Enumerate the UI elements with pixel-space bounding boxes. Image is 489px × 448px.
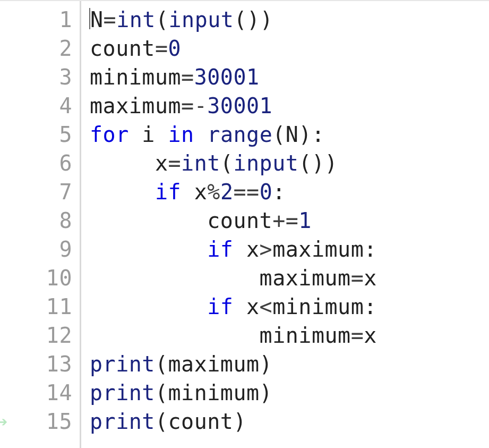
code-line[interactable]: N=int(input()) [90,5,377,34]
code-line[interactable]: print(minimum) [90,378,377,407]
line-number: 10 [0,264,72,292]
token-num: 30001 [207,94,272,118]
line-number-value: 1 [59,7,72,32]
token-op: += [272,208,298,233]
token-punc: ) [260,381,273,405]
token-op: = [155,36,168,61]
token-punc: ( [272,122,286,147]
token-id [233,294,246,319]
code-line[interactable]: count=0 [90,34,377,63]
token-punc: ) [260,7,273,32]
token-id [181,180,194,204]
token-kw: for [90,122,129,147]
line-number-value: 12 [46,323,72,348]
token-id: maximum [260,266,351,290]
token-id: x [194,180,208,204]
token-fn: print [90,381,155,405]
token-op: = [168,151,182,175]
line-number: 6 [0,149,72,177]
token-punc: ( [155,409,168,434]
code-line[interactable]: count+=1 [90,206,377,235]
line-number: ➔15 [0,407,72,436]
token-id [90,237,207,261]
token-id: count [168,409,234,434]
token-op: = [351,266,364,290]
token-op: = [181,65,194,89]
token-op: = [104,7,117,32]
token-id: x [246,294,260,319]
token-id: x [246,237,260,261]
token-punc: ) [325,151,338,175]
line-number: 1 [0,5,72,34]
code-line[interactable]: if x%2==0: [90,177,377,206]
code-line[interactable]: print(maximum) [90,350,377,378]
line-number: 3 [0,63,72,91]
line-number-value: 7 [59,180,72,204]
token-punc: : [364,294,377,319]
line-number-value: 4 [59,94,72,118]
token-id: N [286,122,299,147]
token-id: maximum [168,352,260,376]
token-punc: ( [220,151,234,175]
token-id [194,122,208,147]
token-punc: : [272,180,286,204]
token-id [90,151,155,175]
line-number-value: 2 [59,36,72,61]
token-kw: if [207,294,233,319]
token-op: == [233,180,259,204]
token-punc: ) [312,151,325,175]
token-punc: ) [298,122,312,147]
code-editor[interactable]: 1234567891011121314➔15 N=int(input())cou… [0,0,489,448]
token-op: % [207,180,220,204]
token-punc: ( [155,381,168,405]
token-id [90,266,260,290]
code-line[interactable]: print(count) [90,407,377,436]
code-area[interactable]: N=int(input())count=0minimum=30001maximu… [81,1,377,448]
line-number-value: 3 [59,65,72,89]
token-op: < [260,294,273,319]
code-line[interactable]: maximum=-30001 [90,91,377,120]
code-line[interactable]: if x<minimum: [90,292,377,321]
token-fn: input [169,7,234,32]
code-line[interactable]: for i in range(N): [90,120,377,149]
line-number: 14 [0,378,72,407]
token-op: = [351,323,364,348]
token-id [90,208,207,233]
line-number: 8 [0,206,72,235]
token-punc: ) [247,7,260,32]
token-id [233,237,246,261]
line-number: 12 [0,321,72,350]
token-fn: print [90,352,155,376]
token-punc: ( [298,151,312,175]
token-id: maximum [90,94,181,118]
token-id: minimum [168,381,260,405]
token-id: x [155,151,168,175]
token-num: 30001 [194,65,260,89]
code-line[interactable]: minimum=30001 [90,63,377,91]
token-op: = [181,94,194,118]
line-number: 11 [0,292,72,321]
token-id: maximum [272,237,364,261]
line-number-value: 10 [46,266,72,290]
token-id: i [142,122,155,147]
token-num: 1 [298,208,312,233]
line-number-value: 6 [59,151,72,175]
token-kw: if [207,237,233,261]
line-number-value: 14 [46,381,72,405]
line-number-value: 13 [46,352,72,376]
code-line[interactable]: maximum=x [90,264,377,292]
token-punc: ( [155,352,168,376]
token-punc: ( [156,7,169,32]
token-id: minimum [272,294,364,319]
code-line[interactable]: x=int(input()) [90,149,377,177]
line-number: 2 [0,34,72,63]
token-fn: input [233,151,298,175]
line-number: 9 [0,235,72,264]
token-num: 0 [168,36,182,61]
current-line-arrow-icon: ➔ [0,412,8,430]
code-line[interactable]: minimum=x [90,321,377,350]
line-number-value: 5 [59,122,72,147]
token-id: minimum [260,323,351,348]
token-fn: int [181,151,220,175]
code-line[interactable]: if x>maximum: [90,235,377,264]
